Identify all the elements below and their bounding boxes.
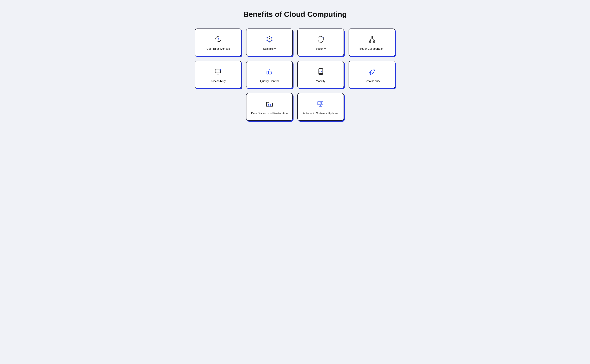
card-security: Security [297, 28, 344, 56]
svg-point-11 [323, 37, 323, 38]
scalability-label: Scalability [263, 47, 276, 51]
svg-point-9 [322, 37, 323, 37]
better-collaboration-icon [367, 35, 377, 44]
svg-point-14 [373, 40, 375, 42]
quality-control-icon [265, 67, 274, 77]
sustainability-icon [367, 67, 377, 77]
card-quality-control: Quality Control [246, 61, 293, 89]
accessibility-icon [214, 67, 223, 77]
card-auto-updates: Automatic Software Updates [297, 93, 344, 121]
cost-effectiveness-label: Cost-Effectiveness [207, 47, 230, 51]
card-data-backup: Data Backup and Restoration [246, 93, 293, 121]
svg-point-13 [369, 40, 371, 42]
security-label: Security [315, 47, 326, 51]
security-icon [316, 35, 325, 44]
svg-rect-17 [215, 69, 221, 73]
svg-text:$: $ [218, 38, 219, 40]
card-sustainability: Sustainability [349, 61, 395, 89]
card-scalability: Scalability [246, 28, 293, 56]
card-cost-effectiveness: $ Cost-Effectiveness [195, 28, 241, 56]
benefits-grid: $ Cost-Effectiveness Scalability [195, 28, 395, 121]
scalability-icon [265, 35, 274, 44]
mobility-icon: <> [316, 67, 325, 77]
auto-updates-label: Automatic Software Updates [303, 111, 338, 115]
accessibility-label: Accessibility [211, 79, 226, 83]
svg-rect-21 [267, 71, 268, 74]
sustainability-label: Sustainability [364, 79, 380, 83]
data-backup-icon [265, 99, 274, 109]
auto-updates-icon [316, 99, 325, 109]
quality-control-label: Quality Control [260, 79, 279, 83]
data-backup-label: Data Backup and Restoration [251, 111, 288, 115]
card-accessibility: Accessibility [195, 61, 241, 89]
svg-marker-1 [267, 37, 272, 42]
card-better-collaboration: Better Collaboration [349, 28, 395, 56]
page-title: Benefits of Cloud Computing [243, 10, 347, 19]
card-mobility: <> Mobility [297, 61, 344, 89]
svg-text:<>: <> [319, 70, 322, 73]
svg-point-12 [371, 36, 373, 38]
svg-point-10 [322, 38, 322, 38]
mobility-label: Mobility [316, 79, 325, 83]
cost-effectiveness-icon: $ [214, 35, 223, 44]
better-collaboration-label: Better Collaboration [359, 47, 384, 51]
svg-point-2 [269, 39, 270, 40]
